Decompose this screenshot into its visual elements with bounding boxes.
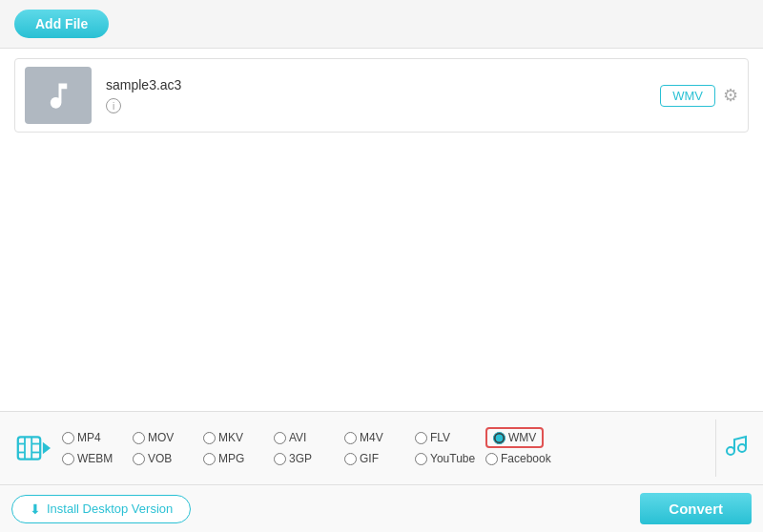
format-option-3gp[interactable]: 3GP bbox=[274, 452, 340, 465]
download-icon: ⬇ bbox=[30, 501, 41, 517]
format-option-vob[interactable]: VOB bbox=[133, 452, 199, 465]
format-option-wmv[interactable]: WMV bbox=[493, 431, 536, 444]
radio-mpg[interactable] bbox=[203, 453, 216, 465]
content-area bbox=[0, 142, 763, 380]
radio-gif[interactable] bbox=[344, 453, 357, 465]
bottom-action-bar: ⬇ Install Desktop Version Convert bbox=[0, 484, 763, 532]
format-option-gif[interactable]: GIF bbox=[344, 452, 411, 465]
radio-vob[interactable] bbox=[133, 453, 145, 465]
label-m4v: M4V bbox=[360, 431, 383, 444]
format-options: MP4 MOV MKV AVI M4V FLV bbox=[57, 423, 715, 473]
file-thumbnail bbox=[25, 67, 92, 124]
radio-3gp[interactable] bbox=[274, 453, 286, 465]
format-option-mov[interactable]: MOV bbox=[133, 431, 199, 444]
format-options-row-2: WEBM VOB MPG 3GP GIF YouTube bbox=[62, 452, 711, 465]
label-vob: VOB bbox=[148, 452, 172, 465]
install-label: Install Desktop Version bbox=[47, 501, 173, 516]
format-option-webm[interactable]: WEBM bbox=[62, 452, 129, 465]
video-format-icon bbox=[16, 431, 51, 465]
file-actions: WMV ⚙ bbox=[660, 85, 738, 107]
label-3gp: 3GP bbox=[289, 452, 312, 465]
format-option-m4v[interactable]: M4V bbox=[344, 431, 411, 444]
format-option-youtube[interactable]: YouTube bbox=[415, 452, 482, 465]
format-option-avi[interactable]: AVI bbox=[274, 431, 340, 444]
radio-flv[interactable] bbox=[415, 432, 427, 444]
label-mpg: MPG bbox=[218, 452, 244, 465]
audio-format-icon bbox=[721, 434, 750, 462]
label-flv: FLV bbox=[430, 431, 450, 444]
label-mp4: MP4 bbox=[77, 431, 101, 444]
label-youtube: YouTube bbox=[430, 452, 475, 465]
label-avi: AVI bbox=[289, 431, 306, 444]
audio-icon-box[interactable] bbox=[715, 419, 753, 477]
format-option-flv[interactable]: FLV bbox=[415, 431, 482, 444]
radio-youtube[interactable] bbox=[415, 453, 427, 465]
radio-webm[interactable] bbox=[62, 453, 74, 465]
format-option-facebook[interactable]: Facebook bbox=[485, 452, 552, 465]
radio-mp4[interactable] bbox=[62, 432, 74, 444]
settings-icon[interactable]: ⚙ bbox=[723, 85, 738, 106]
format-options-row-1: MP4 MOV MKV AVI M4V FLV bbox=[62, 427, 711, 448]
radio-m4v[interactable] bbox=[344, 432, 357, 444]
radio-wmv[interactable] bbox=[493, 432, 505, 444]
install-desktop-button[interactable]: ⬇ Install Desktop Version bbox=[11, 495, 191, 523]
info-icon[interactable]: i bbox=[106, 98, 121, 113]
format-option-mkv[interactable]: MKV bbox=[203, 431, 270, 444]
add-file-button[interactable]: Add File bbox=[14, 10, 109, 38]
svg-marker-7 bbox=[43, 442, 51, 455]
label-wmv: WMV bbox=[508, 431, 536, 444]
wmv-highlight: WMV bbox=[485, 427, 544, 448]
label-webm: WEBM bbox=[77, 452, 113, 465]
format-badge[interactable]: WMV bbox=[660, 85, 715, 107]
format-option-mpg[interactable]: MPG bbox=[203, 452, 270, 465]
label-mkv: MKV bbox=[218, 431, 243, 444]
file-info: sample3.ac3 i bbox=[92, 77, 660, 114]
video-icon-box bbox=[10, 419, 57, 477]
header: Add File bbox=[0, 0, 763, 49]
file-name: sample3.ac3 bbox=[106, 77, 660, 92]
label-gif: GIF bbox=[360, 452, 379, 465]
file-item: sample3.ac3 i WMV ⚙ bbox=[14, 58, 749, 133]
label-mov: MOV bbox=[148, 431, 174, 444]
format-option-mp4[interactable]: MP4 bbox=[62, 431, 129, 444]
svg-rect-0 bbox=[18, 437, 40, 459]
radio-mov[interactable] bbox=[133, 432, 145, 444]
radio-avi[interactable] bbox=[274, 432, 286, 444]
bottom-panel: MP4 MOV MKV AVI M4V FLV bbox=[0, 411, 763, 532]
convert-button[interactable]: Convert bbox=[640, 493, 752, 524]
music-icon bbox=[42, 79, 75, 113]
radio-mkv[interactable] bbox=[203, 432, 216, 444]
radio-facebook[interactable] bbox=[485, 453, 498, 465]
file-list: sample3.ac3 i WMV ⚙ bbox=[0, 49, 763, 142]
label-facebook: Facebook bbox=[501, 452, 551, 465]
format-row: MP4 MOV MKV AVI M4V FLV bbox=[0, 412, 763, 484]
